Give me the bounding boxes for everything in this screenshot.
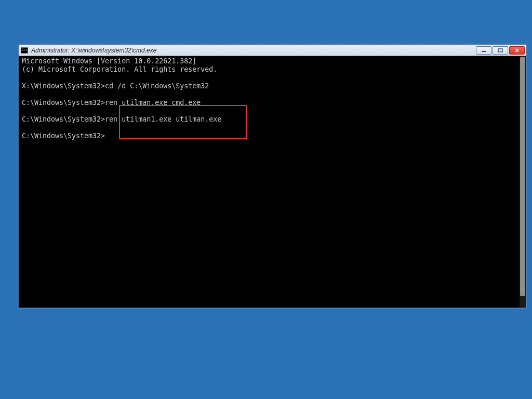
close-icon — [514, 48, 520, 52]
scrollbar-vertical[interactable] — [520, 56, 526, 308]
scrollbar-thumb[interactable] — [520, 57, 525, 296]
cmd-window: Administrator: X:\windows\system32\cmd.e… — [18, 44, 526, 308]
cmd-app-icon — [21, 47, 28, 54]
minimize-icon — [481, 48, 486, 52]
window-title: Administrator: X:\windows\system32\cmd.e… — [31, 47, 476, 54]
console-area[interactable]: Microsoft Windows [Version 10.0.22621.38… — [19, 56, 526, 308]
svg-rect-0 — [482, 51, 486, 52]
window-button-group — [476, 46, 525, 55]
svg-rect-1 — [498, 49, 502, 52]
minimize-button[interactable] — [476, 46, 491, 55]
maximize-icon — [498, 48, 503, 52]
close-button[interactable] — [509, 46, 525, 55]
console-text: Microsoft Windows [Version 10.0.22621.38… — [19, 56, 520, 308]
maximize-button[interactable] — [493, 46, 508, 55]
titlebar[interactable]: Administrator: X:\windows\system32\cmd.e… — [19, 45, 526, 56]
